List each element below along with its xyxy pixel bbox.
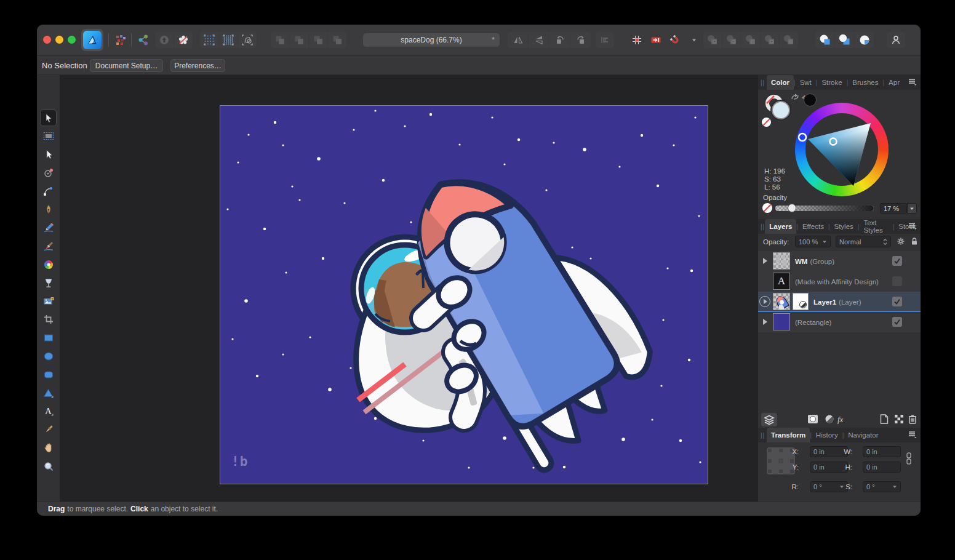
pencil-tool[interactable] (40, 220, 57, 236)
document-title-field[interactable]: spaceDog (66.7%)* (363, 33, 500, 47)
layers-opacity-dropdown[interactable]: 100 % (795, 236, 831, 247)
artboard[interactable]: !b (220, 106, 708, 484)
layer-mask-thumbnail[interactable] (793, 293, 809, 310)
bool-subtract-gray-button[interactable]: − (722, 32, 741, 48)
snap-move-button[interactable] (647, 32, 665, 48)
mask-box-icon[interactable] (807, 414, 818, 424)
trash-icon[interactable] (908, 414, 917, 424)
snap-grid-button[interactable] (628, 32, 646, 48)
tab-brushes[interactable]: Brushes (848, 75, 882, 90)
rotate-cw-button[interactable] (570, 32, 591, 48)
layer-visibility-checkbox[interactable] (892, 256, 902, 266)
tab-stroke[interactable]: Stroke (817, 75, 846, 90)
panel-menu-icon[interactable] (908, 222, 917, 230)
bool-add-gray-button[interactable]: + (703, 32, 722, 48)
text-tool[interactable]: A (40, 403, 57, 420)
layer-thumbnail[interactable] (773, 313, 790, 330)
tab-styles[interactable]: Styles (830, 219, 858, 234)
flip-horizontal-button[interactable] (508, 32, 528, 48)
place-image-tool[interactable] (40, 293, 57, 310)
layer-thumbnail[interactable] (773, 252, 790, 270)
corner-tool[interactable] (40, 183, 57, 199)
layer-thumbnail[interactable] (773, 293, 790, 310)
layer-row[interactable]: (Rectangle) (758, 312, 921, 332)
layer-row[interactable]: Layer1(Layer) (758, 292, 921, 312)
export-badge-button[interactable] (155, 32, 174, 48)
rectangle-tool[interactable] (40, 330, 57, 346)
transform-field-h[interactable]: 0 in (863, 462, 901, 473)
rotate-ccw-button[interactable] (549, 32, 570, 48)
caret-down-button[interactable] (685, 32, 703, 48)
geom-subtract-button[interactable] (835, 32, 854, 48)
tab-text-styles[interactable]: Text Styles (859, 219, 892, 234)
panel-grip[interactable]: || (761, 223, 765, 230)
fx-icon[interactable]: fx (837, 414, 848, 424)
layer-lock-icon[interactable] (909, 236, 919, 246)
document-setup-button[interactable]: Document Setup… (90, 59, 163, 72)
preferences-button[interactable]: Preferences… (170, 59, 225, 72)
point-transform-tool[interactable] (40, 164, 57, 181)
transform-field-s[interactable]: 0 ° (863, 481, 901, 492)
triangle-tool[interactable] (40, 385, 57, 401)
new-page-icon[interactable] (880, 414, 889, 424)
paste-fx-button[interactable] (290, 32, 308, 48)
opacity-none-icon[interactable] (762, 203, 772, 213)
canvas-area[interactable]: !b (60, 75, 758, 502)
shape-grid-button[interactable] (238, 32, 257, 48)
layer-visibility-checkbox[interactable] (892, 297, 902, 306)
transform-field-y[interactable]: 0 in (810, 462, 848, 473)
tab-navigator[interactable]: Navigator (844, 428, 882, 442)
panel-grip[interactable]: || (761, 432, 767, 439)
person-button[interactable] (887, 32, 905, 48)
traffic-light-zoom[interactable] (68, 36, 76, 44)
layer-thumbnail[interactable]: A (773, 273, 790, 290)
layer-visibility-checkbox[interactable] (892, 276, 902, 286)
layer-settings-gear-icon[interactable] (896, 236, 906, 246)
transform-field-x[interactable]: 0 in (810, 446, 848, 457)
bool-intersect-gray-button[interactable]: ∩ (741, 32, 760, 48)
transparency-tool[interactable] (40, 274, 57, 291)
no-fill-icon[interactable] (762, 118, 771, 127)
tab-color[interactable]: Color (767, 75, 794, 90)
tab-transform[interactable]: Transform (767, 428, 810, 442)
tab-swt[interactable]: Swt (796, 75, 816, 90)
expand-arrow-icon[interactable] (763, 319, 767, 325)
expand-arrow-circled-icon[interactable] (759, 296, 770, 307)
geom-add-button[interactable] (815, 32, 834, 48)
opacity-value-field[interactable]: 17 % (880, 203, 907, 214)
adjust-icon[interactable] (825, 414, 834, 424)
view-hand-tool[interactable] (40, 439, 57, 456)
link-dimensions-icon[interactable] (906, 452, 912, 465)
opacity-dropdown-arrow[interactable] (907, 203, 917, 214)
transform-field-w[interactable]: 0 in (863, 446, 901, 457)
flower-slash-button[interactable] (174, 32, 193, 48)
app-icon-button[interactable] (81, 29, 103, 51)
move-tool[interactable] (40, 110, 57, 126)
tab-effects[interactable]: Effects (798, 219, 828, 234)
layer-row[interactable]: WM(Group) (758, 251, 921, 271)
align-button[interactable] (596, 32, 614, 48)
panel-menu-icon[interactable] (908, 431, 917, 438)
layer-row[interactable]: A(Made with Affinity Design) (758, 271, 921, 292)
panel-menu-icon[interactable] (908, 78, 917, 86)
blend-mode-dropdown[interactable]: Normal (836, 236, 891, 247)
colored-grid-icon[interactable] (111, 32, 130, 48)
tab-history[interactable]: History (812, 428, 842, 442)
tab-layers[interactable]: Layers (765, 219, 796, 234)
artboard-tool[interactable] (40, 128, 57, 145)
share-nodes-icon[interactable] (134, 32, 153, 48)
vector-crop-tool[interactable] (40, 311, 57, 328)
paste-inside-button[interactable] (309, 32, 327, 48)
panel-grip[interactable]: || (761, 79, 767, 86)
bool-combine-gray-button[interactable]: ◌ (780, 32, 798, 48)
bool-divide-gray-button[interactable]: ÷ (761, 32, 779, 48)
pen-tool[interactable] (40, 201, 57, 218)
zoom-tool[interactable] (40, 458, 57, 474)
snap-magnet-button[interactable] (666, 32, 684, 48)
paste-size-button[interactable] (328, 32, 346, 48)
vector-brush-tool[interactable] (40, 238, 57, 255)
node-tool[interactable] (40, 146, 57, 163)
pixel-grid-dense-button[interactable] (219, 32, 238, 48)
traffic-light-close[interactable] (43, 36, 51, 44)
paste-style-button[interactable] (271, 32, 289, 48)
